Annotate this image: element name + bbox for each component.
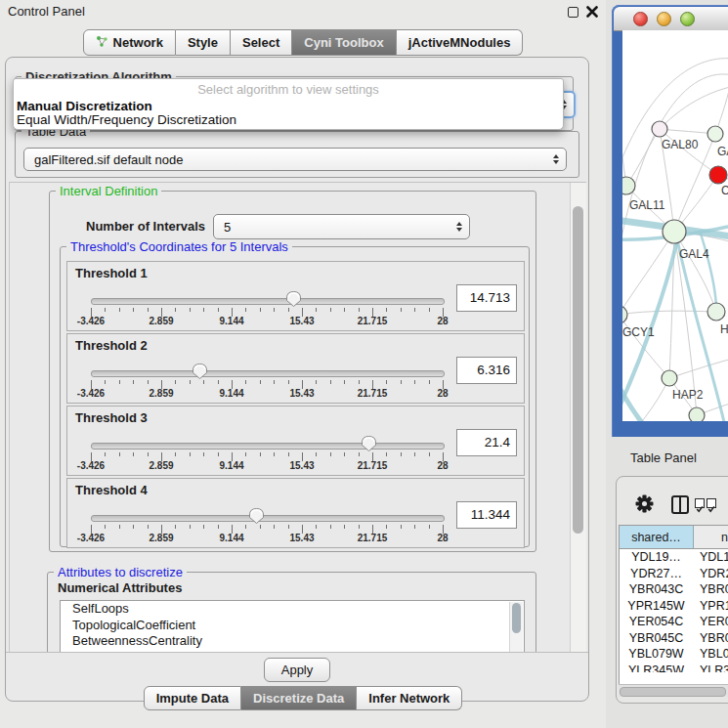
close-icon[interactable] [586,6,598,18]
network-node[interactable] [662,370,677,386]
settings-vertical-scrollbar[interactable] [570,183,586,653]
threshold-label: Threshold 3 [75,410,148,425]
table-row[interactable]: YPR145WYPR1 [620,598,728,615]
network-node[interactable] [707,303,725,321]
tab-cyni-toolbox[interactable]: Cyni Toolbox [292,29,396,56]
tab-network[interactable]: Network [83,29,176,56]
tab-label: Style [188,35,218,50]
panel-title: Control Panel [8,4,85,19]
numerical-attributes-list[interactable]: SelfLoopsTopologicalCoefficientBetweenne… [60,600,525,653]
control-panel: Control Panel NetworkStyleSelectCyni Too… [0,0,606,728]
apply-button[interactable]: Apply [264,658,330,682]
close-traffic-light[interactable] [633,12,648,26]
settings-scrollpane: Interval Definition Number of Intervals … [9,182,586,653]
checkbox-icon[interactable] [695,498,705,508]
right-side: GAL80GACGAL11GAL4GCY1HHAP2 Table Panel [606,0,728,728]
attributes-scrollbar[interactable] [509,602,523,653]
slider-thumb[interactable] [285,290,302,308]
network-node[interactable] [689,407,705,421]
table-row[interactable]: YLR345WYLR3 [620,663,728,673]
slider-track[interactable] [91,443,445,450]
threshold-value-field[interactable]: 21.4 [456,429,517,456]
cyni-toolbox-panel: Discretization Algorithm Table Data galF… [5,57,589,702]
slider-scale: -3.4262.8599.14415.4321.71528 [91,460,443,472]
tab-impute-data[interactable]: Impute Data [144,686,241,710]
threshold-label: Threshold 4 [75,483,148,497]
tab-style[interactable]: Style [176,29,231,56]
cell-name: YBR0 [693,631,728,645]
tab-label: Impute Data [156,691,229,706]
network-graph: GAL80GACGAL11GAL4GCY1HHAP2 [622,30,728,421]
slider-track[interactable] [91,515,445,522]
threshold-label: Threshold 2 [75,338,148,353]
popup-option-equal-width[interactable]: Equal Width/Frequency Discretization [17,112,236,127]
column-layout-icon[interactable] [671,495,689,514]
network-node[interactable] [622,177,635,194]
table-row[interactable]: YBR045CYBR0 [620,630,728,647]
gear-icon[interactable] [635,494,654,513]
table-row[interactable]: YER054CYER0 [620,614,728,630]
attributes-scrollbar-thumb[interactable] [512,603,521,633]
cell-name: YDL1 [693,550,728,564]
table-row[interactable]: YBR043CYBR0 [620,581,728,598]
settings-scrollbar-thumb[interactable] [573,206,583,534]
combo-arrows-icon [546,153,566,165]
node-attribute-table: shared… na YDL19…YDL1YDR27…YDR2YBR043CYB… [619,525,728,686]
threshold-panel-4: Threshold 4-3.4262.8599.14415.4321.71528… [66,478,525,548]
float-window-icon[interactable] [568,7,578,18]
number-of-intervals-spinner[interactable]: 5 [213,214,470,239]
slider-track[interactable] [91,298,445,305]
network-node-label: GAL80 [662,138,699,151]
network-node-label: GAL11 [629,198,665,212]
threshold-value-field[interactable]: 6.316 [456,357,517,384]
tab-infer-network[interactable]: Infer Network [357,686,462,710]
table-hscrollbar-thumb[interactable] [620,687,726,697]
tab-label: Cyni Toolbox [304,35,383,50]
column-header-shared-name[interactable]: shared… [620,526,694,548]
algorithm-dropdown-popup: Select algorithm to view settings Manual… [13,78,564,130]
threshold-panel-1: Threshold 1-3.4262.8599.14415.4321.71528… [66,261,525,331]
network-node[interactable] [652,121,667,137]
table-row[interactable]: YDR27…YDR2 [620,566,728,582]
tab-discretize-data[interactable]: Discretize Data [241,686,357,710]
threshold-value-field[interactable]: 11.344 [456,501,517,529]
network-node-label: GA [717,145,728,158]
table-data-combo[interactable]: galFiltered.sif default node [23,148,567,171]
table-toolbar [617,477,728,524]
table-row[interactable]: YDL19…YDL1 [620,549,728,566]
network-node-label: GCY1 [622,325,655,339]
cell-name: YPR1 [693,599,728,613]
number-of-intervals-value: 5 [214,220,450,235]
popup-option-manual-discretization[interactable]: Manual Discretization [17,99,152,113]
checkbox-icon[interactable] [707,498,716,508]
threshold-coords-group: Threshold's Coordinates for 5 Intervals … [60,246,530,547]
attribute-list-item[interactable]: SelfLoops [61,601,524,618]
network-node-label: GAL4 [679,247,709,261]
table-row[interactable]: YBL079WYBL0 [620,646,728,663]
network-node[interactable] [709,166,727,184]
network-canvas[interactable]: GAL80GACGAL11GAL4GCY1HHAP2 [622,30,728,421]
network-node-label: C [721,184,728,197]
network-node[interactable] [663,220,686,243]
network-view-window: GAL80GACGAL11GAL4GCY1HHAP2 [612,5,728,437]
slider-thumb[interactable] [361,435,377,452]
network-node[interactable] [622,306,627,323]
tab-select[interactable]: Select [231,29,292,56]
tab-label: Discretize Data [253,691,344,706]
attribute-list-item[interactable]: TopologicalCoefficient [61,618,524,634]
minimize-traffic-light[interactable] [657,12,671,26]
threshold-value-field[interactable]: 14.713 [456,284,517,312]
tab-jactivemnodules[interactable]: jActiveMNodules [397,29,524,56]
attribute-list-item[interactable]: BetweennessCentrality [61,633,524,650]
column-header-name[interactable]: na [694,526,728,548]
table-horizontal-scrollbar[interactable] [619,684,728,697]
slider-thumb[interactable] [192,363,208,380]
slider-thumb[interactable] [248,507,265,525]
network-node-label: H [720,322,728,336]
cell-name: YBR0 [693,582,728,596]
zoom-traffic-light[interactable] [680,12,695,26]
slider-track[interactable] [91,370,445,377]
attributes-group: Attributes to discretize Numerical Attri… [47,572,536,653]
threshold-panel-3: Threshold 3-3.4262.8599.14415.4321.71528… [66,406,525,476]
network-node[interactable] [707,126,723,142]
